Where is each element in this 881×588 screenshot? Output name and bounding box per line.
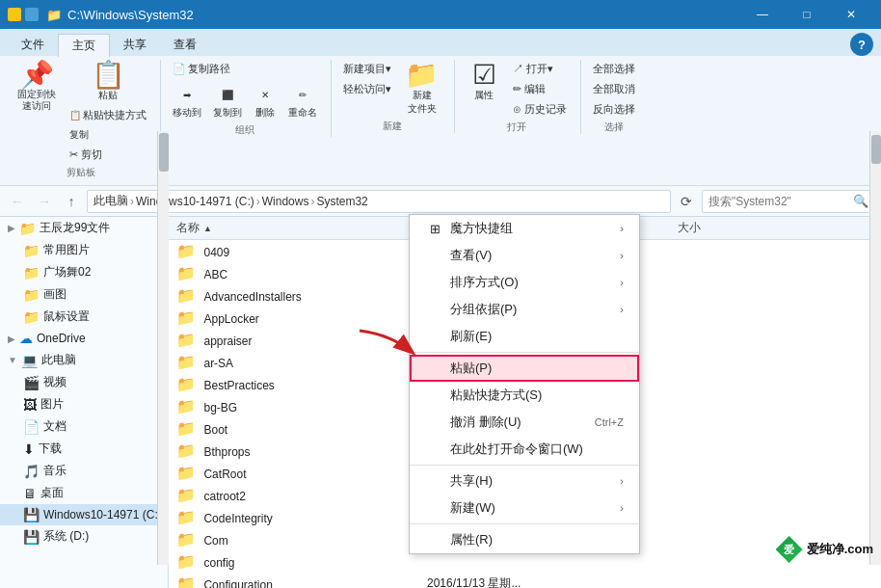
sidebar-item-12[interactable]: 🖥 桌面 [0, 482, 168, 504]
sidebar-label-8: 图片 [40, 396, 64, 413]
paste-shortcut-button[interactable]: 📋 粘贴快捷方式 [66, 106, 150, 124]
ctx-view[interactable]: 查看(V) › [410, 242, 639, 269]
ctx-open-cmd[interactable]: 在此处打开命令窗口(W) [410, 436, 639, 463]
copy-button[interactable]: 复制 [66, 126, 150, 144]
sidebar-item-6[interactable]: ▼ 💻 此电脑 [0, 349, 168, 371]
move-to-button[interactable]: ➡ 移动到 [169, 81, 205, 121]
watermark-logo-text: 爱 [784, 543, 794, 557]
history-button[interactable]: ⊙ 历史记录 [509, 100, 571, 119]
sidebar-item-0[interactable]: ▶ 📁 王辰龙99文件 [0, 217, 168, 239]
header-name[interactable]: 名称 ▲ [173, 220, 423, 236]
search-box[interactable]: 🔍 [702, 190, 875, 213]
ctx-grid-icon: ⊞ [425, 222, 444, 236]
sidebar-item-5[interactable]: ▶ ☁ OneDrive [0, 328, 168, 349]
ctx-new-label: 新建(W) [450, 499, 495, 517]
tab-view[interactable]: 查看 [160, 33, 210, 56]
sidebar-item-2[interactable]: 📁 广场舞02 [0, 261, 168, 283]
folder-icon-4: 📁 [23, 309, 40, 325]
ctx-undo[interactable]: 撤消 删除(U) Ctrl+Z [410, 409, 639, 436]
titlebar-icon-blue [25, 8, 39, 21]
arrow-annotation [352, 323, 429, 374]
sidebar-label-5: OneDrive [37, 332, 86, 345]
maximize-button[interactable]: □ [785, 0, 829, 29]
sidebar-item-14[interactable]: 💾 系统 (D:) [0, 525, 168, 548]
addressbar: ← → ↑ 此电脑 › Windows10-14971 (C:) › Windo… [0, 186, 881, 217]
sidebar-item-8[interactable]: 🖼 图片 [0, 393, 168, 415]
ctx-divider-2 [410, 465, 639, 466]
open-button[interactable]: ↗ 打开▾ [509, 60, 571, 78]
folder-icon-bestpractices: 📁 [176, 376, 200, 392]
sidebar-item-10[interactable]: ⬇ 下载 [0, 438, 168, 460]
filelist-scrollbar[interactable] [869, 131, 881, 565]
new-items: 新建项目▾ 轻松访问▾ 📁 新建文件夹 [339, 60, 444, 118]
edit-button[interactable]: ✏ 编辑 [509, 80, 571, 98]
properties-button[interactable]: ☑ 属性 [463, 60, 505, 104]
help-button[interactable]: ? [850, 33, 873, 56]
copy-path-icon: 📄 [173, 63, 186, 75]
ctx-properties[interactable]: 属性(R) [410, 526, 639, 553]
up-button[interactable]: ↑ [60, 190, 83, 213]
sidebar-item-3[interactable]: 📁 画图 [0, 283, 168, 306]
ctx-group[interactable]: 分组依据(P) › [410, 296, 639, 323]
refresh-button[interactable]: ⟳ [675, 190, 698, 213]
sidebar-scrollbar[interactable] [157, 131, 169, 565]
close-button[interactable]: ✕ [829, 0, 873, 29]
breadcrumb[interactable]: 此电脑 › Windows10-14971 (C:) › Windows › S… [87, 190, 671, 213]
ctx-undo-shortcut: Ctrl+Z [595, 416, 624, 428]
pin-button[interactable]: 📌 固定到快速访问 [12, 60, 62, 114]
header-size[interactable]: 大小 [674, 220, 751, 236]
new-folder-button[interactable]: 📁 新建文件夹 [399, 60, 444, 118]
minimize-button[interactable]: — [740, 0, 785, 29]
select-group: 全部选择 全部取消 反向选择 选择 [585, 60, 649, 134]
easy-access-button[interactable]: 轻松访问▾ [339, 80, 395, 98]
sidebar-item-1[interactable]: 📁 常用图片 [0, 239, 168, 261]
tab-file[interactable]: 文件 [8, 33, 58, 56]
sidebar-scroll-thumb[interactable] [159, 133, 169, 172]
ctx-new[interactable]: 新建(W) › [410, 494, 639, 521]
copy-to-button[interactable]: ⬛ 复制到 [209, 81, 246, 121]
sidebar-item-4[interactable]: 📁 鼠标设置 [0, 306, 168, 328]
invert-select-button[interactable]: 反向选择 [589, 100, 639, 119]
select-all-button[interactable]: 全部选择 [589, 60, 639, 78]
select-label: 选择 [589, 120, 639, 134]
filelist-scroll-thumb[interactable] [871, 135, 881, 164]
move-to-label: 移动到 [173, 106, 201, 120]
tab-share[interactable]: 共享 [110, 33, 160, 56]
tab-home[interactable]: 主页 [58, 34, 110, 57]
search-input[interactable] [708, 195, 853, 208]
ctx-magic-shortcuts[interactable]: ⊞ 魔方快捷组 › [410, 215, 639, 242]
back-button[interactable]: ← [6, 190, 29, 213]
ctx-paste-shortcut[interactable]: 粘贴快捷方式(S) [410, 382, 639, 409]
new-item-button[interactable]: 新建项目▾ [339, 60, 395, 78]
cut-button[interactable]: ✂ 剪切 [66, 146, 150, 164]
sidebar-item-13[interactable]: 💾 Windows10-14971 (C:) [0, 504, 168, 525]
file-date-configuration: 2016/11/13 星期... [423, 575, 577, 588]
ctx-share[interactable]: 共享(H) › [410, 468, 639, 494]
ctx-paste[interactable]: 粘贴(P) [410, 355, 639, 382]
paste-button[interactable]: 📋 粘贴 [66, 60, 150, 104]
sidebar-item-11[interactable]: 🎵 音乐 [0, 460, 168, 482]
ctx-refresh[interactable]: 刷新(E) [410, 323, 639, 350]
delete-button[interactable]: ✕ 删除 [250, 81, 280, 121]
forward-button[interactable]: → [33, 190, 56, 213]
ctx-arrow-0: › [620, 223, 624, 234]
titlebar-controls: — □ ✕ [740, 0, 873, 29]
folder-icon-config: 📁 [176, 553, 200, 570]
clipboard-label: 剪贴板 [12, 166, 150, 179]
new-col: 新建项目▾ 轻松访问▾ [339, 60, 395, 98]
ctx-sort[interactable]: 排序方式(O) › [410, 269, 639, 296]
sidebar-item-9[interactable]: 📄 文档 [0, 415, 168, 438]
open-label: 打开 [463, 120, 571, 134]
file-row-configuration[interactable]: 📁 Configuration 2016/11/13 星期... [169, 573, 881, 588]
select-none-button[interactable]: 全部取消 [589, 80, 639, 98]
ctx-paste-label: 粘贴(P) [450, 360, 492, 377]
copy-path-button[interactable]: 📄 复制路径 [169, 60, 321, 78]
breadcrumb-sep3: › [310, 195, 314, 208]
rename-button[interactable]: ✏ 重命名 [284, 81, 321, 121]
ctx-magic-label: 魔方快捷组 [450, 220, 513, 237]
folder-icon-abc: 📁 [176, 265, 200, 281]
folder-icon-configuration: 📁 [176, 575, 200, 588]
sidebar-item-7[interactable]: 🎬 视频 [0, 371, 168, 393]
paste-shortcut-label: 粘贴快捷方式 [83, 108, 147, 122]
organize-label: 组织 [169, 123, 321, 137]
